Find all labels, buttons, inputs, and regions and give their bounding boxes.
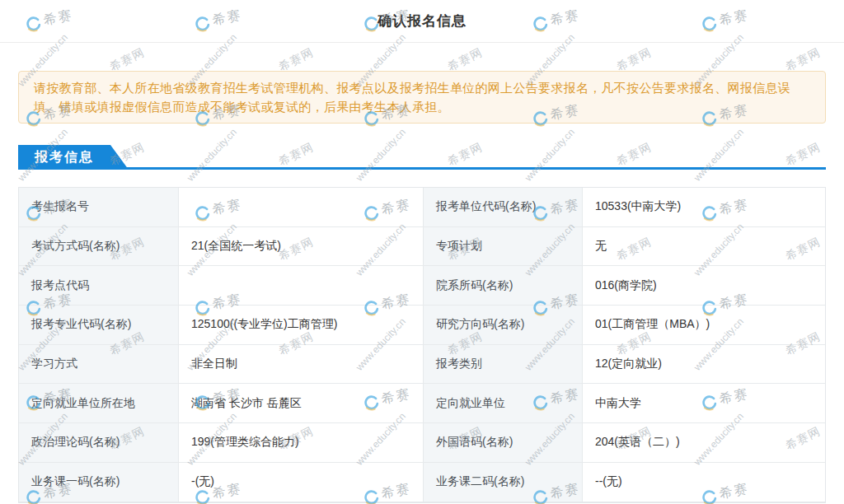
field-label: 学习方式: [19, 345, 178, 385]
field-value: 204(英语（二）): [582, 423, 825, 463]
field-label: 业务课一码(名称): [19, 463, 178, 502]
page-title: 确认报名信息: [377, 12, 467, 30]
field-label: 研究方向码(名称): [423, 306, 582, 345]
field-value: 中南大学: [582, 384, 825, 423]
field-label: 外国语码(名称): [423, 423, 582, 463]
field-value: 016(商学院): [582, 266, 825, 306]
field-label: 业务课二码(名称): [423, 463, 582, 502]
field-value: --(无): [582, 463, 825, 502]
field-label: 考生报名号: [19, 188, 178, 227]
field-label: 报考类别: [423, 345, 582, 385]
field-label: 政治理论码(名称): [19, 423, 178, 463]
field-label: 报考专业代码(名称): [19, 306, 178, 345]
field-value: 21(全国统一考试): [178, 227, 423, 267]
registration-info-table: 考生报名号 报考单位代码(名称) 10533(中南大学) 考试方式码(名称) 2…: [18, 187, 826, 503]
field-label: 考试方式码(名称): [19, 227, 178, 267]
field-value: 125100((专业学位)工商管理): [178, 306, 423, 345]
field-label: 报考单位代码(名称): [423, 188, 582, 227]
field-value: 12(定向就业): [582, 345, 825, 385]
tab-registration-info: 报考信息: [18, 145, 129, 170]
section-title: 报考信息: [35, 150, 94, 164]
main-content: 请按教育部、本人所在地省级教育招生考试管理机构、报考点以及报考招生单位的网上公告…: [0, 71, 844, 503]
field-label: 院系所码(名称): [423, 266, 582, 306]
field-value: 10533(中南大学): [582, 188, 825, 227]
section-header: 报考信息: [18, 145, 826, 170]
field-value: 无: [582, 227, 825, 267]
registration-notice: 请按教育部、本人所在地省级教育招生考试管理机构、报考点以及报考招生单位的网上公告…: [18, 71, 826, 124]
field-value: [178, 266, 423, 306]
field-value: 湖南省 长沙市 岳麓区: [178, 384, 423, 423]
field-value: [178, 188, 423, 227]
field-label: 定向就业单位所在地: [19, 384, 178, 423]
field-value: 非全日制: [178, 345, 423, 385]
page: 确认报名信息 请按教育部、本人所在地省级教育招生考试管理机构、报考点以及报考招生…: [0, 0, 844, 504]
page-header: 确认报名信息: [0, 0, 844, 43]
field-label: 报考点代码: [19, 266, 178, 306]
field-label: 定向就业单位: [423, 384, 582, 423]
field-value: 01(工商管理（MBA）): [582, 306, 825, 345]
field-value: -(无): [178, 463, 423, 502]
field-label: 专项计划: [423, 227, 582, 267]
field-value: 199(管理类综合能力): [178, 423, 423, 463]
registration-notice-text: 请按教育部、本人所在地省级教育招生考试管理机构、报考点以及报考招生单位的网上公告…: [34, 81, 790, 114]
